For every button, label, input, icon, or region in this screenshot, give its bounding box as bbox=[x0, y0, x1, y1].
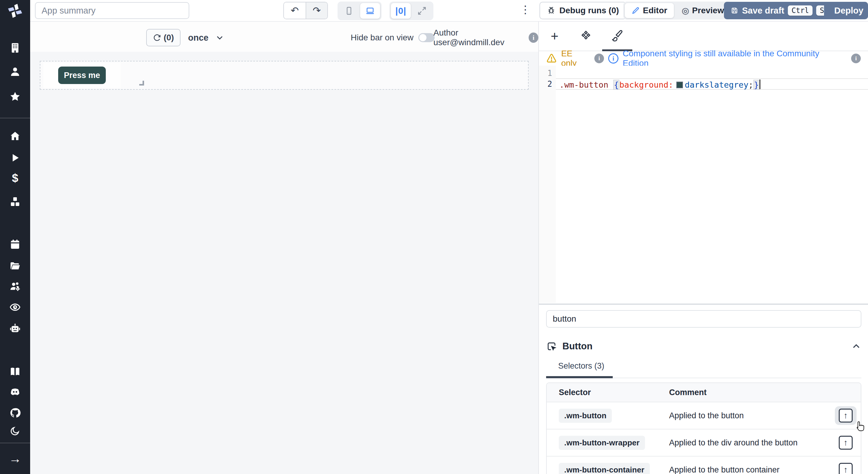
apply-selector-button[interactable]: ↑ bbox=[839, 436, 852, 450]
save-icon bbox=[731, 7, 738, 14]
sidebar-item-workspace[interactable] bbox=[0, 42, 30, 54]
debug-runs-button[interactable]: Debug runs (0) bbox=[539, 2, 626, 19]
save-draft-button[interactable]: Save draft Ctrl S bbox=[724, 2, 834, 19]
selector-comment: Applied to the div around the button bbox=[669, 438, 861, 447]
press-me-button[interactable]: Press me bbox=[58, 67, 106, 84]
line-number-active: 2 bbox=[539, 79, 552, 89]
refresh-count: (0) bbox=[164, 33, 174, 42]
arrow-right-icon: → bbox=[9, 452, 22, 465]
sidebar-item-audit-logs[interactable] bbox=[0, 301, 30, 313]
kebab-icon: ⋮ bbox=[520, 3, 531, 16]
warning-icon bbox=[546, 53, 557, 64]
users-gear-icon bbox=[9, 281, 21, 292]
desktop-view-button[interactable] bbox=[360, 3, 380, 19]
dark-mode-toggle[interactable] bbox=[0, 426, 30, 436]
sidebar-item-github[interactable] bbox=[0, 407, 30, 418]
sidebar-item-folders[interactable] bbox=[0, 260, 30, 272]
tab-styling[interactable] bbox=[601, 22, 633, 50]
more-options-button[interactable]: ⋮ bbox=[520, 4, 531, 15]
button-component-wrapper[interactable]: Press me bbox=[43, 63, 121, 88]
community-note-link[interactable]: Component styling is still available in … bbox=[623, 49, 847, 68]
resize-handle[interactable] bbox=[139, 81, 144, 86]
toggle-knob bbox=[419, 34, 427, 41]
folder-open-icon bbox=[9, 260, 21, 272]
button-section-header[interactable]: Button bbox=[546, 338, 861, 354]
community-info-icon: i bbox=[608, 53, 618, 64]
tab-components[interactable] bbox=[570, 22, 601, 50]
undo-icon: ↶ bbox=[291, 5, 299, 16]
css-rule-line: .wm-button {background:darkslategrey;} bbox=[559, 79, 761, 90]
bug-icon bbox=[547, 6, 556, 15]
apply-selector-wrap: ↑ bbox=[835, 433, 857, 452]
panel-resizer[interactable] bbox=[539, 304, 868, 305]
section-title: Button bbox=[562, 341, 592, 352]
ee-info-icon[interactable]: i bbox=[594, 54, 604, 63]
sidebar-item-home[interactable] bbox=[0, 130, 30, 141]
editor-preview-group: Editor ◎ Preview bbox=[623, 1, 732, 20]
sidebar-item-user[interactable] bbox=[0, 66, 30, 77]
tab-insert-component[interactable]: + bbox=[539, 22, 570, 50]
component-search-input[interactable] bbox=[546, 310, 861, 328]
play-icon bbox=[9, 152, 21, 164]
sidebar-item-ai[interactable] bbox=[0, 323, 30, 334]
editor-tab[interactable]: Editor bbox=[625, 3, 674, 18]
refresh-button[interactable]: (0) bbox=[146, 29, 181, 46]
component-search bbox=[546, 310, 861, 328]
css-code-editor[interactable]: 1 2 .wm-button {background:darkslategrey… bbox=[539, 66, 868, 303]
mobile-view-button[interactable] bbox=[339, 3, 359, 19]
collapse-section-button[interactable] bbox=[851, 341, 861, 351]
preview-tab[interactable]: ◎ Preview bbox=[675, 3, 731, 18]
component-grid-slot[interactable]: Press me bbox=[40, 61, 529, 90]
schedule-mode-dropdown[interactable]: once bbox=[188, 29, 224, 46]
table-row: .wm-button-wrapper Applied to the div ar… bbox=[547, 429, 861, 456]
app-summary-input[interactable] bbox=[35, 2, 189, 19]
star-icon bbox=[9, 91, 21, 102]
apply-selector-button[interactable]: ↑ bbox=[839, 463, 852, 474]
fullwidth-button[interactable] bbox=[412, 3, 432, 19]
deploy-button[interactable]: Deploy bbox=[824, 2, 868, 19]
info-icon[interactable]: i bbox=[529, 33, 538, 43]
selector-badge: .wm-button-wrapper bbox=[559, 436, 645, 450]
selector-comment: Applied to the button bbox=[669, 411, 861, 420]
windmill-logo[interactable] bbox=[0, 2, 30, 19]
selector-badge: .wm-button bbox=[559, 409, 612, 423]
apply-selector-button[interactable]: ↑ bbox=[839, 409, 852, 422]
center-content-button[interactable]: |0| bbox=[391, 3, 411, 19]
undo-button[interactable]: ↶ bbox=[284, 2, 306, 19]
hide-bar-toggle[interactable] bbox=[418, 33, 435, 42]
note-info-icon[interactable]: i bbox=[851, 54, 861, 63]
sidebar-item-schedules[interactable] bbox=[0, 238, 30, 250]
sidebar-item-docs[interactable] bbox=[0, 366, 30, 377]
apply-selector-wrap: ↑ bbox=[835, 461, 857, 474]
sidebar-item-variables[interactable]: $ bbox=[0, 172, 30, 184]
settings-panel: + EE only i i Component styling is still… bbox=[538, 22, 868, 474]
editor-tab-label: Editor bbox=[643, 6, 667, 15]
plus-icon: + bbox=[551, 29, 558, 44]
selectors-tab[interactable]: Selectors (3) bbox=[546, 361, 613, 378]
sidebar-item-discord[interactable] bbox=[0, 386, 30, 398]
sidebar-item-workers[interactable] bbox=[0, 281, 30, 292]
preview-tab-label: Preview bbox=[692, 6, 724, 15]
open-brace-token: { bbox=[613, 80, 619, 90]
sidebar-divider bbox=[0, 443, 30, 443]
comment-column-header: Comment bbox=[669, 388, 861, 397]
layout-toggle-group: |0| bbox=[390, 1, 433, 20]
table-header-row: Selector Comment bbox=[547, 383, 861, 402]
css-property-token: background: bbox=[619, 80, 673, 90]
color-swatch[interactable] bbox=[676, 81, 683, 88]
sidebar-item-resources[interactable] bbox=[0, 196, 30, 207]
sidebar-item-runs[interactable] bbox=[0, 152, 30, 164]
hide-bar-label: Hide bar on view bbox=[350, 33, 413, 42]
mobile-icon bbox=[344, 6, 353, 15]
author-label: Author user@windmill.dev bbox=[433, 28, 524, 47]
device-toggle-group bbox=[338, 1, 381, 20]
preview-icon: ◎ bbox=[682, 6, 689, 16]
redo-button[interactable]: ↷ bbox=[306, 2, 327, 19]
panel-tab-bar: + bbox=[539, 22, 868, 51]
chevron-up-icon bbox=[851, 341, 861, 351]
sidebar-item-favorites[interactable] bbox=[0, 91, 30, 102]
book-icon bbox=[9, 366, 21, 377]
user-icon bbox=[9, 66, 21, 77]
expand-sidebar-button[interactable]: → bbox=[0, 452, 30, 465]
schedule-mode-value: once bbox=[188, 33, 209, 43]
